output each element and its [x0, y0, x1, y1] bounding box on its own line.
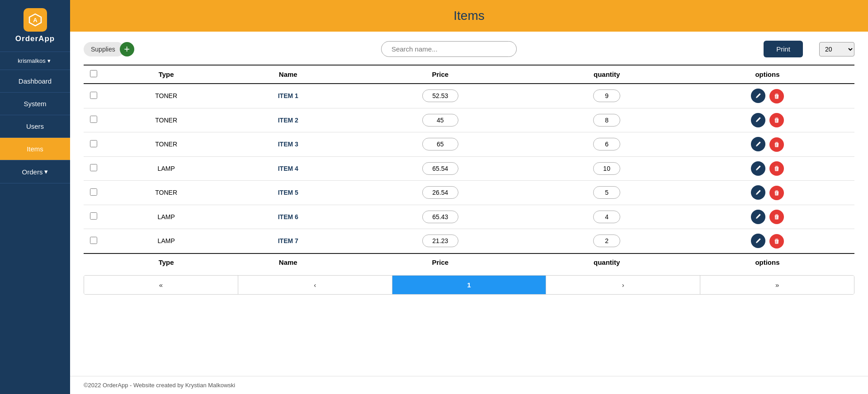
edit-button-1[interactable] — [751, 113, 765, 127]
row-type: TONER — [104, 84, 229, 108]
row-checkbox-3[interactable] — [90, 164, 97, 171]
price-badge: 21.23 — [422, 235, 458, 247]
logo-text: OrderApp — [15, 34, 55, 43]
row-name: ITEM 5 — [229, 181, 347, 205]
table-row: TONER ITEM 5 26.54 5 — [84, 181, 854, 205]
supplies-btn-group: Supplies + — [84, 42, 134, 56]
row-quantity: 6 — [533, 132, 680, 157]
sidebar-item-orders[interactable]: Orders ▾ — [0, 160, 70, 183]
row-checkbox-cell — [84, 84, 104, 108]
row-price: 65.43 — [347, 205, 533, 229]
footer: ©2022 OrderApp - Website created by Krys… — [70, 376, 868, 394]
row-price: 65.54 — [347, 156, 533, 181]
qty-badge: 8 — [593, 114, 620, 127]
col-quantity: quantity — [533, 65, 680, 84]
qty-badge: 9 — [593, 89, 620, 102]
search-wrapper — [143, 41, 755, 57]
sidebar-item-users[interactable]: Users — [0, 115, 70, 138]
row-options — [680, 84, 854, 108]
edit-button-4[interactable] — [751, 185, 765, 200]
row-quantity: 4 — [533, 205, 680, 229]
table-row: TONER ITEM 2 45 8 — [84, 108, 854, 132]
row-options — [680, 156, 854, 181]
page-last-button[interactable]: » — [700, 276, 854, 294]
add-item-button[interactable]: + — [120, 42, 134, 56]
row-options — [680, 108, 854, 132]
delete-button-2[interactable] — [769, 137, 784, 152]
price-badge: 65.43 — [422, 211, 458, 223]
page-title: Items — [453, 9, 484, 23]
top-header: Items — [70, 0, 868, 32]
edit-button-5[interactable] — [751, 210, 765, 224]
sidebar-item-dashboard[interactable]: Dashboard — [0, 70, 70, 93]
nav-items: Dashboard System Users Items Orders ▾ — [0, 70, 70, 394]
row-price: 65 — [347, 132, 533, 157]
price-badge: 65.54 — [422, 162, 458, 175]
row-name: ITEM 3 — [229, 132, 347, 157]
select-all-header — [84, 65, 104, 84]
row-checkbox-5[interactable] — [90, 212, 97, 220]
footer-price-col: Price — [347, 253, 533, 271]
row-checkbox-0[interactable] — [90, 92, 97, 99]
main-content: Items Supplies + Print 10 20 50 100 — [70, 0, 868, 394]
row-checkbox-2[interactable] — [90, 140, 97, 147]
table-row: TONER ITEM 1 52.53 9 — [84, 84, 854, 108]
username-label: krismalkos — [18, 57, 45, 64]
toolbar: Supplies + Print 10 20 50 100 — [84, 41, 854, 57]
svg-text:A: A — [33, 17, 38, 23]
row-name: ITEM 6 — [229, 205, 347, 229]
row-checkbox-cell — [84, 205, 104, 229]
footer-quantity-col: quantity — [533, 253, 680, 271]
row-checkbox-cell — [84, 132, 104, 157]
row-type: LAMP — [104, 205, 229, 229]
search-input[interactable] — [381, 41, 517, 57]
supplies-button[interactable]: Supplies — [84, 42, 124, 56]
row-checkbox-6[interactable] — [90, 237, 97, 244]
footer-name-col: Name — [229, 253, 347, 271]
sidebar-item-items[interactable]: Items — [0, 138, 70, 160]
per-page-select[interactable]: 10 20 50 100 — [819, 42, 854, 56]
page-prev-button[interactable]: ‹ — [238, 276, 392, 294]
edit-button-0[interactable] — [751, 89, 765, 103]
table-row: TONER ITEM 3 65 6 — [84, 132, 854, 157]
col-options: options — [680, 65, 854, 84]
delete-button-3[interactable] — [769, 161, 784, 176]
page-current-button[interactable]: 1 — [392, 276, 547, 294]
select-all-checkbox[interactable] — [90, 70, 97, 77]
content-area: Supplies + Print 10 20 50 100 Typ — [70, 32, 868, 376]
delete-button-0[interactable] — [769, 89, 784, 103]
qty-badge: 4 — [593, 211, 620, 223]
print-button[interactable]: Print — [764, 41, 803, 57]
delete-button-4[interactable] — [769, 186, 784, 200]
delete-button-6[interactable] — [769, 234, 784, 249]
table-row: LAMP ITEM 7 21.23 2 — [84, 229, 854, 253]
row-quantity: 9 — [533, 84, 680, 108]
row-price: 45 — [347, 108, 533, 132]
orders-dropdown-icon: ▾ — [44, 168, 48, 176]
row-name: ITEM 2 — [229, 108, 347, 132]
row-checkbox-4[interactable] — [90, 188, 97, 196]
footer-text: ©2022 OrderApp - Website created by Krys… — [84, 382, 235, 389]
row-quantity: 8 — [533, 108, 680, 132]
row-name: ITEM 4 — [229, 156, 347, 181]
row-type: TONER — [104, 132, 229, 157]
edit-button-2[interactable] — [751, 137, 765, 151]
row-options — [680, 229, 854, 253]
edit-button-3[interactable] — [751, 161, 765, 176]
qty-badge: 5 — [593, 186, 620, 199]
row-checkbox-cell — [84, 108, 104, 132]
row-type: LAMP — [104, 229, 229, 253]
col-type: Type — [104, 65, 229, 84]
user-section[interactable]: krismalkos ▾ — [0, 52, 70, 70]
row-type: TONER — [104, 108, 229, 132]
delete-button-5[interactable] — [769, 210, 784, 224]
page-next-button[interactable]: › — [546, 276, 700, 294]
edit-button-6[interactable] — [751, 234, 765, 248]
delete-button-1[interactable] — [769, 113, 784, 127]
sidebar-item-system[interactable]: System — [0, 93, 70, 115]
footer-type-col: Type — [104, 253, 229, 271]
page-first-button[interactable]: « — [84, 276, 238, 294]
row-checkbox-1[interactable] — [90, 116, 97, 123]
row-name: ITEM 7 — [229, 229, 347, 253]
items-table: Type Name Price quantity options TONER I… — [84, 65, 854, 271]
